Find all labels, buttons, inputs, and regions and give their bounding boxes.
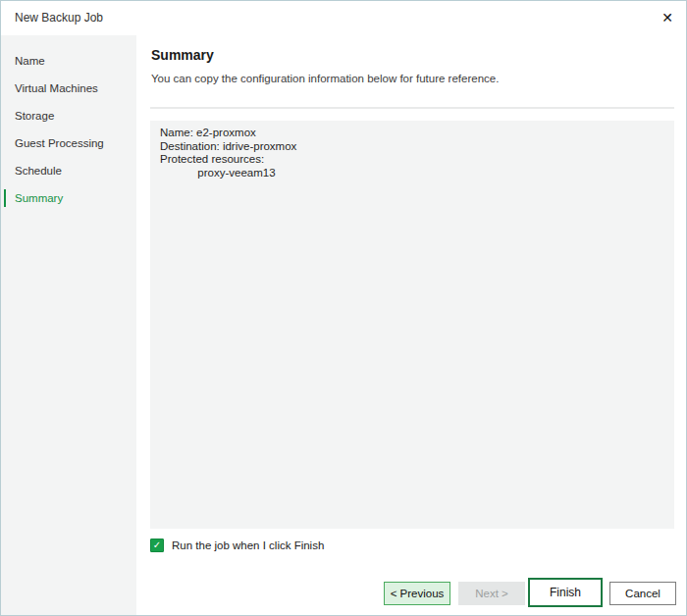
title-bar: New Backup Job ✕ bbox=[1, 1, 686, 35]
next-button[interactable]: Next > bbox=[458, 582, 525, 605]
header-divider bbox=[150, 107, 674, 109]
configuration-summary-box[interactable]: Name: e2-proxmox Destination: idrive-pro… bbox=[150, 121, 674, 529]
page-subtitle: You can copy the configuration informati… bbox=[151, 73, 499, 84]
run-job-checkbox-row[interactable]: ✓ Run the job when I click Finish bbox=[150, 539, 324, 552]
main-content: Summary You can copy the configuration i… bbox=[136, 35, 686, 615]
sidebar-item-storage[interactable]: Storage bbox=[1, 102, 136, 129]
sidebar-item-summary[interactable]: Summary bbox=[1, 184, 136, 212]
summary-line-destination: Destination: idrive-proxmox bbox=[160, 140, 664, 154]
wizard-step-sidebar: Name Virtual Machines Storage Guest Proc… bbox=[1, 35, 136, 615]
cancel-button[interactable]: Cancel bbox=[609, 582, 676, 605]
new-backup-job-window: { "window": { "title": "New Backup Job",… bbox=[0, 0, 687, 616]
sidebar-item-guest-processing[interactable]: Guest Processing bbox=[1, 129, 136, 157]
close-icon[interactable]: ✕ bbox=[661, 10, 673, 26]
page-title: Summary bbox=[151, 47, 214, 63]
active-step-indicator bbox=[4, 189, 6, 207]
sidebar-item-name[interactable]: Name bbox=[1, 47, 136, 75]
summary-line-resource-item: proxy-veeam13 bbox=[160, 167, 664, 180]
summary-line-protected-resources: Protected resources: bbox=[160, 153, 664, 167]
sidebar-item-label: Name bbox=[15, 55, 45, 67]
run-job-checkbox-label: Run the job when I click Finish bbox=[172, 539, 324, 551]
sidebar-item-schedule[interactable]: Schedule bbox=[1, 157, 136, 184]
sidebar-item-label: Storage bbox=[15, 110, 54, 122]
run-job-checkbox[interactable]: ✓ bbox=[150, 539, 164, 552]
sidebar-item-label: Virtual Machines bbox=[15, 82, 98, 94]
finish-button[interactable]: Finish bbox=[528, 578, 603, 607]
sidebar-item-virtual-machines[interactable]: Virtual Machines bbox=[1, 75, 136, 102]
summary-line-name: Name: e2-proxmox bbox=[160, 127, 664, 140]
window-title: New Backup Job bbox=[15, 1, 103, 35]
sidebar-item-label: Schedule bbox=[15, 165, 62, 177]
sidebar-item-label: Summary bbox=[15, 192, 63, 204]
previous-button[interactable]: < Previous bbox=[384, 582, 450, 605]
sidebar-item-label: Guest Processing bbox=[15, 137, 104, 149]
